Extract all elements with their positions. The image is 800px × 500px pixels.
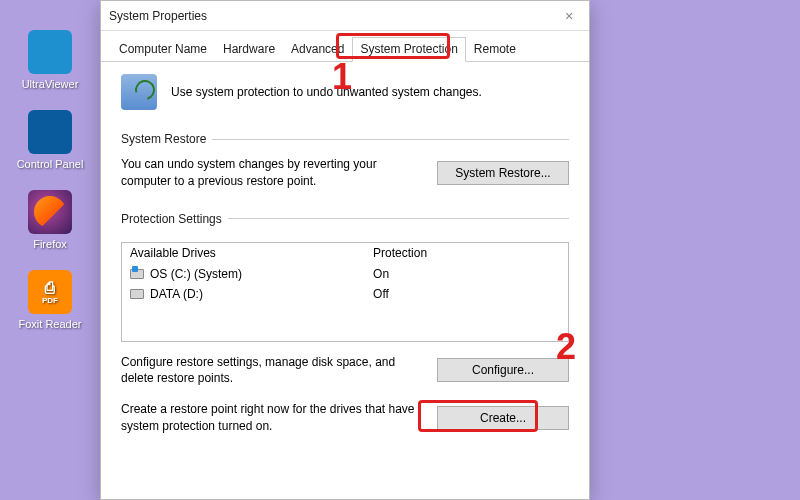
tab-system-protection[interactable]: System Protection [352, 37, 465, 62]
drives-header: Available Drives Protection [122, 243, 568, 264]
tab-strip: Computer Name Hardware Advanced System P… [101, 31, 589, 62]
protection-settings-legend: Protection Settings [121, 212, 228, 226]
system-protection-icon [121, 74, 157, 110]
protection-settings-group: Protection Settings Available Drives Pro… [121, 212, 569, 441]
desktop-icon-label: UltraViewer [22, 78, 79, 90]
drive-row-os[interactable]: OS (C:) (System) On [122, 264, 568, 284]
system-restore-legend: System Restore [121, 132, 212, 146]
firefox-icon [28, 190, 72, 234]
configure-button[interactable]: Configure... [437, 358, 569, 382]
tab-advanced[interactable]: Advanced [283, 37, 352, 61]
drive-name: OS (C:) (System) [150, 267, 242, 281]
desktop-icon-label: Control Panel [17, 158, 84, 170]
tab-remote[interactable]: Remote [466, 37, 524, 61]
configure-desc: Configure restore settings, manage disk … [121, 354, 421, 388]
desktop-icon-label: Foxit Reader [19, 318, 82, 330]
drive-status: On [373, 267, 560, 281]
intro-row: Use system protection to undo unwanted s… [121, 74, 569, 110]
create-button[interactable]: Create... [437, 406, 569, 430]
desktop-icon-foxit[interactable]: ⎙PDF Foxit Reader [10, 270, 90, 330]
tab-hardware[interactable]: Hardware [215, 37, 283, 61]
foxit-icon: ⎙PDF [28, 270, 72, 314]
intro-text: Use system protection to undo unwanted s… [171, 85, 482, 99]
drive-row-data[interactable]: DATA (D:) Off [122, 284, 568, 304]
col-available-drives: Available Drives [130, 246, 373, 260]
desktop-icon-control-panel[interactable]: Control Panel [10, 110, 90, 170]
titlebar[interactable]: System Properties × [101, 1, 589, 31]
close-icon[interactable]: × [557, 7, 581, 25]
tab-computer-name[interactable]: Computer Name [111, 37, 215, 61]
system-properties-window: System Properties × Computer Name Hardwa… [100, 0, 590, 500]
drive-icon [130, 289, 144, 299]
system-restore-button[interactable]: System Restore... [437, 161, 569, 185]
control-panel-icon [28, 110, 72, 154]
ultraviewer-icon [28, 30, 72, 74]
desktop-icon-label: Firefox [33, 238, 67, 250]
create-desc: Create a restore point right now for the… [121, 401, 421, 435]
drives-list[interactable]: Available Drives Protection OS (C:) (Sys… [121, 242, 569, 342]
desktop-icon-firefox[interactable]: Firefox [10, 190, 90, 250]
restore-desc: You can undo system changes by reverting… [121, 156, 421, 190]
desktop-icon-ultraviewer[interactable]: UltraViewer [10, 30, 90, 90]
drive-name: DATA (D:) [150, 287, 203, 301]
window-title: System Properties [109, 9, 557, 23]
drive-status: Off [373, 287, 560, 301]
drive-icon [130, 269, 144, 279]
desktop: UltraViewer Control Panel Firefox ⎙PDF F… [0, 0, 100, 500]
col-protection: Protection [373, 246, 560, 260]
tab-content: Use system protection to undo unwanted s… [101, 62, 589, 499]
system-restore-group: System Restore You can undo system chang… [121, 132, 569, 196]
